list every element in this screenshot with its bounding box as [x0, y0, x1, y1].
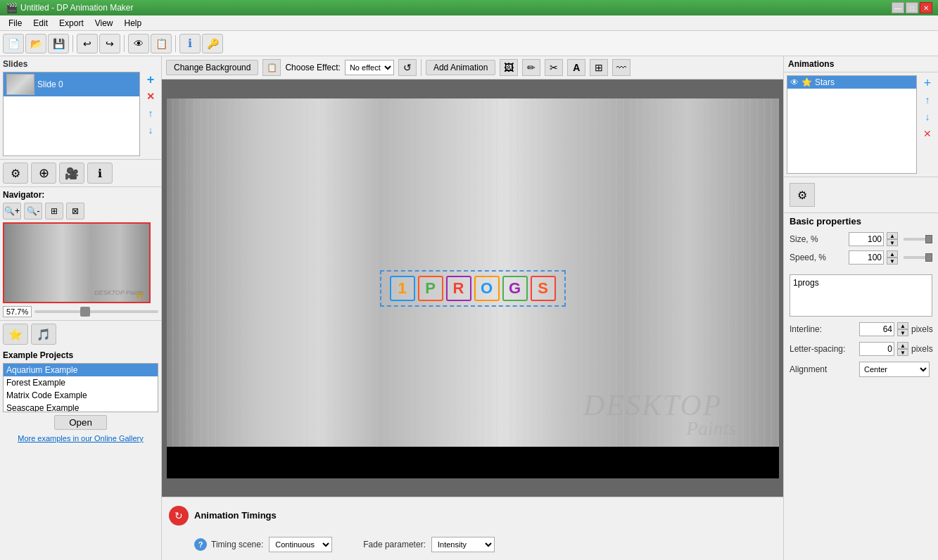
timing-help-button[interactable]: ? — [194, 538, 207, 551]
new-button[interactable]: 📄 — [3, 34, 24, 53]
add-animation-button[interactable]: Add Animation — [426, 60, 495, 75]
menu-view[interactable]: View — [89, 17, 119, 30]
redo-button[interactable]: ↪ — [99, 34, 120, 53]
animation-item-stars[interactable]: 👁 ⭐ Stars — [787, 76, 916, 89]
save-button[interactable]: 💾 — [48, 34, 69, 53]
move-slide-up-button[interactable]: ↑ — [143, 106, 158, 121]
copy-effect-button[interactable]: 📋 — [262, 59, 281, 76]
draw-button[interactable]: ✏ — [522, 59, 540, 76]
speed-slider-thumb — [925, 253, 932, 262]
animation-text-editor[interactable] — [790, 274, 932, 317]
letter-spacing-spin-down[interactable]: ▼ — [897, 349, 908, 356]
add-image-button[interactable]: 🖼 — [500, 59, 518, 76]
timing-help-row: ? Timing scene: Continuous Loop Once — [194, 537, 332, 552]
export-button[interactable]: 📋 — [151, 34, 172, 53]
navigator-section: Navigator: 🔍+ 🔍- ⊞ ⊠ DESKTOP Paints W 57… — [0, 187, 161, 320]
tab-icons-row: ⚙ ⊕ 🎥 ℹ — [0, 159, 161, 187]
open-project-button[interactable]: Open — [54, 415, 107, 430]
example-item-seascape[interactable]: Seascape Example — [4, 402, 158, 412]
cut-button[interactable]: ✂ — [545, 59, 563, 76]
gallery-link[interactable]: More examples in our Online Gallery — [3, 433, 158, 444]
canvas-watermark2: Paints — [686, 417, 737, 440]
close-button[interactable]: ✕ — [920, 2, 932, 13]
change-background-button[interactable]: Change Background — [166, 60, 258, 75]
example-item-aquarium[interactable]: Aquarium Example — [4, 364, 158, 376]
animation-text-element[interactable]: 1 P R O G S — [380, 270, 566, 307]
size-spin-up[interactable]: ▲ — [887, 232, 898, 239]
menubar: File Edit Export View Help — [0, 15, 938, 31]
alignment-dropdown[interactable]: Left Center Right — [859, 362, 930, 377]
tab-wheel-icon[interactable]: ⚙ — [3, 163, 28, 184]
letter-1: 1 — [390, 276, 415, 301]
zoom-fit-button[interactable]: ⊞ — [45, 203, 63, 219]
menu-help[interactable]: Help — [119, 17, 148, 30]
interline-spin-up[interactable]: ▲ — [897, 322, 908, 329]
open-file-button[interactable]: 📂 — [25, 34, 46, 53]
animations-title: Animations — [788, 59, 934, 69]
add-animation-side-button[interactable]: + — [920, 75, 935, 91]
main-canvas[interactable]: 1 P R O G S DESKTOP Paints — [167, 98, 779, 478]
slide-item-0[interactable]: Slide 0 — [4, 72, 139, 96]
properties-tab-button[interactable]: ⚙ — [790, 183, 815, 207]
right-panel: Animations 👁 ⭐ Stars + ↑ ↓ ✕ ⚙ Basic — [783, 56, 938, 560]
timings-icon: ↻ — [169, 506, 189, 526]
tab-info-icon[interactable]: ℹ — [87, 163, 113, 184]
music-tab-button[interactable]: 🎵 — [31, 324, 56, 345]
delete-animation-button[interactable]: ✕ — [920, 126, 935, 141]
example-item-matrix[interactable]: Matrix Code Example — [4, 389, 158, 402]
minimize-button[interactable]: — — [892, 2, 904, 13]
add-slide-button[interactable]: + — [143, 72, 158, 87]
shape-button[interactable]: ⊞ — [590, 59, 608, 76]
speed-spin-down[interactable]: ▼ — [887, 257, 898, 265]
timing-scene-dropdown[interactable]: Continuous Loop Once — [269, 537, 332, 552]
preview-button[interactable]: 👁 — [128, 34, 149, 53]
letter-spacing-spinner: ▲ ▼ — [897, 342, 908, 356]
titlebar-app-icon: 🎬 Untitled - DP Animation Maker — [6, 2, 134, 13]
interline-spin-down[interactable]: ▼ — [897, 329, 908, 336]
navigator-controls: 🔍+ 🔍- ⊞ ⊠ — [3, 203, 158, 219]
refresh-effect-button[interactable]: ↺ — [398, 59, 417, 76]
tab-camera-icon[interactable]: 🎥 — [59, 163, 84, 184]
menu-file[interactable]: File — [3, 17, 27, 30]
canvas-bottom-bar — [167, 447, 779, 478]
menu-edit[interactable]: Edit — [27, 17, 53, 30]
timings-title-row: ↻ Animation Timings — [169, 506, 277, 526]
zoom-in-button[interactable]: 🔍+ — [3, 203, 21, 219]
move-anim-up-button[interactable]: ↑ — [920, 92, 935, 108]
zoom-out-button[interactable]: 🔍- — [24, 203, 42, 219]
wave-button[interactable]: 〰 — [612, 59, 630, 76]
window-title: Untitled - DP Animation Maker — [20, 3, 134, 13]
tab-effect-icon[interactable]: ⊕ — [31, 163, 56, 184]
fade-param-dropdown[interactable]: Intensity Speed Duration — [431, 537, 495, 552]
letter-spacing-input[interactable] — [859, 342, 894, 356]
size-spin-down[interactable]: ▼ — [887, 239, 898, 246]
move-slide-down-button[interactable]: ↓ — [143, 122, 158, 138]
navigator-thumbnail: DESKTOP Paints W — [3, 222, 151, 303]
interline-input[interactable] — [859, 322, 894, 336]
timing-scene-field: Timing scene: Continuous Loop Once — [211, 537, 332, 552]
move-anim-down-button[interactable]: ↓ — [920, 109, 935, 125]
undo-button[interactable]: ↩ — [77, 34, 98, 53]
effect-dropdown[interactable]: No effect — [345, 60, 394, 75]
speed-spinner: ▲ ▼ — [887, 250, 898, 265]
key-button[interactable]: 🔑 — [202, 34, 223, 53]
letter-r: R — [446, 276, 471, 301]
speed-label: Speed, % — [790, 253, 846, 262]
zoom-actual-button[interactable]: ⊠ — [66, 203, 84, 219]
speed-input[interactable] — [849, 250, 884, 265]
choose-effect-label: Choose Effect: — [285, 63, 341, 72]
letter-g: G — [502, 276, 528, 301]
menu-export[interactable]: Export — [53, 17, 89, 30]
interline-row: Interline: ▲ ▼ pixels — [790, 322, 932, 336]
size-input[interactable] — [849, 232, 884, 246]
example-item-forest[interactable]: Forest Example — [4, 376, 158, 389]
info-button[interactable]: ℹ — [179, 34, 201, 53]
letter-spacing-spin-up[interactable]: ▲ — [897, 342, 908, 349]
timing-scene-label: Timing scene: — [211, 540, 263, 549]
delete-slide-button[interactable]: ✕ — [143, 89, 158, 104]
text-button[interactable]: A — [567, 59, 585, 76]
maximize-button[interactable]: □ — [906, 2, 918, 13]
zoom-slider[interactable] — [34, 310, 158, 313]
speed-spin-up[interactable]: ▲ — [887, 250, 898, 257]
favorites-tab-button[interactable]: ⭐ — [3, 324, 28, 345]
